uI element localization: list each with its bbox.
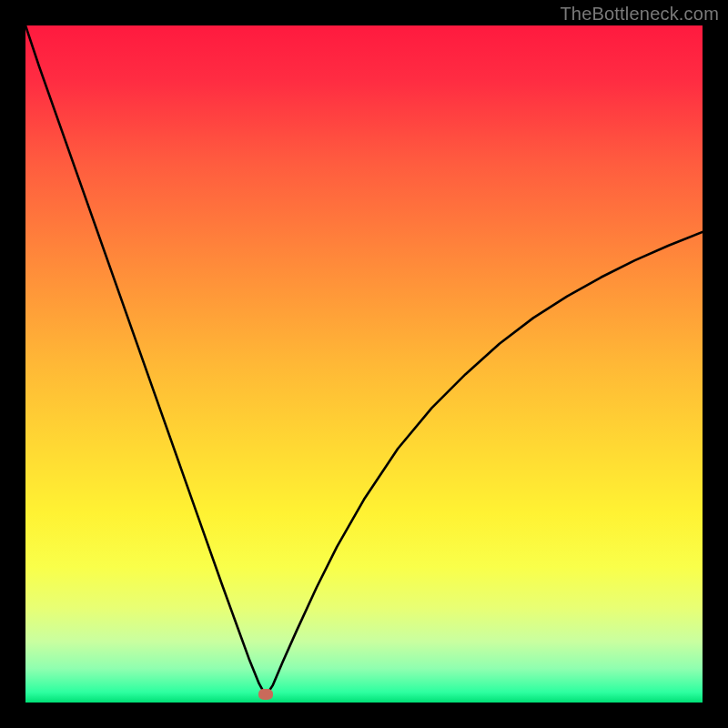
- bottleneck-curve: [25, 25, 703, 703]
- plot-area: [25, 25, 703, 703]
- watermark-text: TheBottleneck.com: [560, 4, 719, 25]
- chart-frame: TheBottleneck.com: [0, 0, 728, 728]
- optimal-point-marker: [258, 689, 273, 700]
